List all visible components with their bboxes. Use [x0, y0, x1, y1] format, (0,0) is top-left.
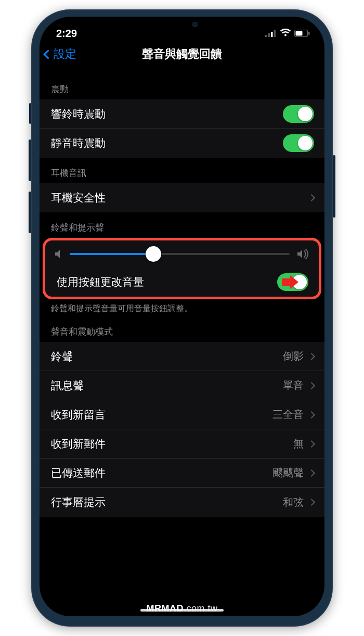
row-value: 颼颼聲	[272, 466, 304, 480]
highlight-annotation: 使用按鈕更改音量	[43, 238, 321, 299]
row-label: 使用按鈕更改音量	[57, 275, 144, 289]
row-text-tone[interactable]: 訊息聲 單音	[40, 371, 324, 400]
svg-rect-0	[265, 35, 267, 37]
front-camera-icon	[192, 22, 198, 27]
group-vibrate: 響鈴時震動 靜音時震動	[40, 99, 324, 158]
home-indicator[interactable]	[140, 609, 224, 612]
settings-content[interactable]: 震動 響鈴時震動 靜音時震動 耳機音訊 耳機安全性 鈴聲和提示聲	[40, 68, 324, 517]
section-header-patterns: 聲音和震動模式	[40, 316, 324, 342]
volume-down-hw-button	[29, 192, 31, 233]
row-vibrate-on-ring[interactable]: 響鈴時震動	[40, 99, 324, 129]
chevron-right-icon	[308, 469, 315, 476]
chevron-right-icon	[308, 440, 315, 447]
phone-frame: 2:29 設定 聲音與觸覺回饋 震動	[31, 9, 333, 627]
volume-low-icon	[55, 249, 62, 259]
row-ringtone[interactable]: 鈴聲 倒影	[40, 342, 324, 371]
group-headphone: 耳機安全性	[40, 183, 324, 212]
page-title: 聲音與觸覺回饋	[40, 46, 324, 62]
row-calendar-alerts[interactable]: 行事曆提示 和弦	[40, 488, 324, 517]
section-header-ringer: 鈴聲和提示聲	[40, 212, 324, 238]
svg-rect-3	[274, 30, 276, 37]
back-button[interactable]: 設定	[45, 46, 76, 62]
ringer-volume-slider[interactable]	[70, 253, 290, 255]
row-label: 行事曆提示	[51, 495, 106, 510]
row-value: 無	[293, 437, 304, 451]
svg-rect-1	[268, 33, 270, 37]
power-hw-button	[333, 155, 335, 218]
notch	[127, 17, 237, 32]
watermark-bold: MRMAD	[146, 603, 184, 614]
row-change-with-buttons[interactable]: 使用按鈕更改音量	[45, 268, 319, 297]
chevron-right-icon	[308, 411, 315, 418]
back-label: 設定	[54, 46, 76, 62]
row-label: 訊息聲	[51, 378, 84, 393]
silent-switch	[29, 103, 31, 124]
arrow-annotation-icon	[282, 275, 298, 289]
row-value: 單音	[283, 378, 304, 392]
chevron-right-icon	[308, 499, 315, 506]
cellular-icon	[265, 28, 277, 40]
row-new-voicemail[interactable]: 收到新留言 三全音	[40, 400, 324, 429]
slider-thumb[interactable]	[146, 246, 161, 262]
row-headphone-safety[interactable]: 耳機安全性	[40, 183, 324, 212]
chevron-right-icon	[308, 381, 315, 389]
svg-rect-6	[308, 32, 310, 35]
row-vibrate-on-silent[interactable]: 靜音時震動	[40, 129, 324, 158]
battery-icon	[294, 28, 310, 40]
row-label: 耳機安全性	[51, 190, 106, 205]
row-label: 靜音時震動	[51, 136, 106, 150]
volume-high-icon	[297, 249, 309, 259]
section-header-headphone: 耳機音訊	[40, 158, 324, 183]
row-value: 和弦	[283, 495, 304, 510]
clock: 2:29	[56, 28, 77, 40]
section-header-vibrate: 震動	[40, 74, 324, 99]
row-sent-mail[interactable]: 已傳送郵件 颼颼聲	[40, 459, 324, 488]
row-label: 響鈴時震動	[51, 107, 106, 121]
screen: 2:29 設定 聲音與觸覺回饋 震動	[40, 17, 324, 616]
toggle-vibrate-on-ring[interactable]	[283, 105, 314, 123]
svg-rect-5	[296, 31, 303, 36]
row-value: 三全音	[272, 408, 304, 422]
row-label: 收到新留言	[51, 408, 106, 422]
row-ringer-slider	[45, 240, 319, 268]
chevron-left-icon	[43, 49, 53, 59]
svg-rect-2	[271, 32, 273, 37]
nav-bar: 設定 聲音與觸覺回饋	[40, 41, 324, 68]
row-value: 倒影	[283, 349, 304, 363]
wifi-icon	[280, 28, 291, 40]
row-new-mail[interactable]: 收到新郵件 無	[40, 429, 324, 459]
volume-up-hw-button	[29, 139, 31, 181]
chevron-right-icon	[308, 352, 315, 360]
toggle-vibrate-on-silent[interactable]	[283, 134, 314, 152]
chevron-right-icon	[308, 194, 315, 201]
group-patterns: 鈴聲 倒影 訊息聲 單音 收到新留言 三全音 收到新郵件 無 已傳送郵件 颼	[40, 342, 324, 517]
watermark-rest: .com.tw	[184, 603, 218, 614]
section-footer-ringer: 鈴聲和提示聲音量可用音量按鈕調整。	[40, 299, 324, 316]
row-label: 已傳送郵件	[51, 466, 106, 480]
row-label: 收到新郵件	[51, 437, 106, 451]
row-label: 鈴聲	[51, 349, 73, 364]
